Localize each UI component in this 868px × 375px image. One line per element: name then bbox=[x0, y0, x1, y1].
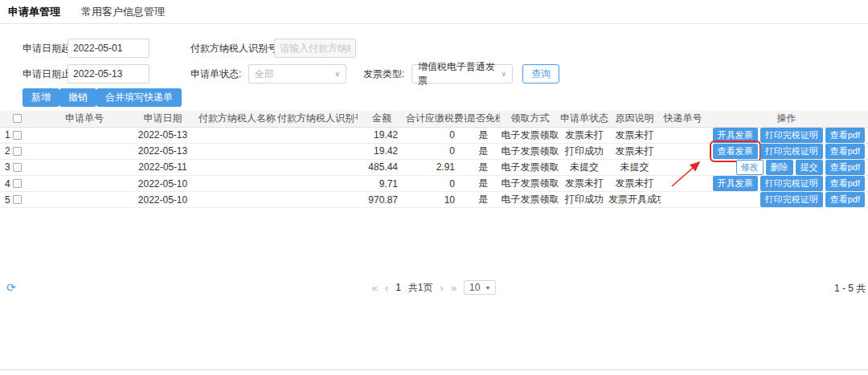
cell-express bbox=[661, 143, 705, 159]
column-header: 金额 bbox=[358, 111, 406, 127]
row-number: 1 bbox=[0, 129, 13, 141]
row-number: 2 bbox=[0, 145, 13, 157]
row-actions-cell: 打印完税证明查看pdf bbox=[705, 192, 868, 208]
date-from-input[interactable] bbox=[68, 39, 149, 58]
row-number: 3 bbox=[0, 161, 13, 173]
pagination-bar: ⟳ « ‹ 1 共1页 › » 10 ▼ 1 - 5 共 5 条 bbox=[0, 280, 868, 296]
cell-amount: 9.71 bbox=[358, 176, 406, 192]
cell-status: 发票未打 bbox=[560, 127, 608, 143]
status-select[interactable]: 全部 ∨ bbox=[248, 64, 346, 84]
caret-down-icon: ▼ bbox=[485, 285, 490, 291]
cell-reason: 发票未打 bbox=[608, 143, 661, 159]
table-row: 32022-05-11485.442.91是电子发票领取未提交未提交修改删除提交… bbox=[0, 159, 868, 175]
column-header: 快递单号 bbox=[661, 111, 705, 127]
row-actions-cell: 查看发票打印完税证明查看pdf bbox=[705, 143, 868, 159]
pagination-controls: « ‹ 1 共1页 › » 10 ▼ bbox=[0, 280, 868, 295]
cell-status: 打印成功 bbox=[560, 143, 608, 159]
page-size-value: 10 bbox=[469, 282, 480, 293]
row-action-button[interactable]: 修改 bbox=[736, 160, 764, 175]
cell-reason: 发票未打 bbox=[608, 127, 661, 143]
invoice-type-select-value: 增值税电子普通发票 bbox=[418, 60, 501, 88]
column-header: 申请单号 bbox=[40, 111, 129, 127]
cell-tax: 2.91 bbox=[406, 159, 466, 175]
column-header: 合计应缴税费额 bbox=[406, 111, 466, 127]
invoice-type-select[interactable]: 增值税电子普通发票 ∨ bbox=[411, 64, 513, 84]
cell-tax-free: 是 bbox=[466, 159, 500, 175]
cell-apply-no bbox=[40, 159, 129, 175]
cell-method: 电子发票领取 bbox=[500, 159, 560, 175]
date-from-label: 申请日期起: bbox=[23, 39, 73, 58]
column-header: 操作 bbox=[705, 111, 868, 127]
row-action-button[interactable]: 打印完税证明 bbox=[760, 144, 823, 159]
row-checkbox[interactable] bbox=[13, 131, 22, 140]
tab-application-management[interactable]: 申请单管理 bbox=[8, 5, 60, 19]
cell-payer-id bbox=[277, 192, 358, 208]
chevron-down-icon: ∨ bbox=[334, 71, 340, 78]
query-button[interactable]: 查询 bbox=[522, 64, 559, 84]
row-number: 4 bbox=[0, 178, 13, 190]
date-to-input[interactable] bbox=[68, 64, 149, 84]
cell-method: 电子发票领取 bbox=[500, 127, 560, 143]
row-action-button[interactable]: 开具发票 bbox=[713, 128, 758, 143]
tab-customer-info-management[interactable]: 常用客户信息管理 bbox=[81, 5, 165, 19]
row-action-button[interactable]: 提交 bbox=[796, 160, 823, 175]
invoice-application-page: 申请单管理 常用客户信息管理 申请日期起: 付款方纳税人识别号: 申请日期止: … bbox=[0, 0, 868, 375]
row-action-button[interactable]: 删除 bbox=[766, 160, 793, 175]
row-action-button[interactable]: 打印完税证明 bbox=[760, 192, 823, 207]
next-page-button[interactable]: › bbox=[440, 283, 444, 293]
row-action-button[interactable]: 查看发票 bbox=[713, 144, 758, 159]
status-select-value: 全部 bbox=[255, 67, 274, 81]
row-action-button[interactable]: 查看pdf bbox=[825, 176, 865, 191]
cell-method: 电子发票领取 bbox=[500, 176, 560, 192]
cell-date: 2022-05-10 bbox=[129, 176, 197, 192]
prev-page-button[interactable]: ‹ bbox=[385, 283, 388, 293]
row-select-cell: 4 bbox=[0, 176, 40, 192]
row-action-button[interactable]: 打印完税证明 bbox=[760, 176, 823, 191]
invoice-type-label: 发票类型: bbox=[363, 64, 404, 84]
row-checkbox[interactable] bbox=[13, 195, 22, 204]
row-action-button[interactable]: 打印完税证明 bbox=[760, 128, 823, 143]
cell-reason: 发票开具成功 bbox=[608, 192, 661, 208]
cell-tax: 0 bbox=[406, 127, 466, 143]
row-checkbox[interactable] bbox=[13, 179, 22, 188]
table-body: 12022-05-1319.420是电子发票领取发票未打发票未打开具发票打印完税… bbox=[0, 127, 868, 208]
current-page: 1 bbox=[395, 282, 401, 293]
cell-amount: 485.44 bbox=[358, 159, 406, 175]
cell-payer-name bbox=[197, 159, 277, 175]
cell-tax: 10 bbox=[406, 192, 466, 208]
cell-payer-id bbox=[277, 159, 358, 175]
cell-apply-no bbox=[40, 127, 129, 143]
cell-payer-name bbox=[197, 192, 277, 208]
row-actions-cell: 开具发票打印完税证明查看pdf bbox=[705, 127, 868, 143]
row-checkbox[interactable] bbox=[13, 163, 22, 172]
status-label: 申请单状态: bbox=[190, 64, 241, 84]
cell-tax-free: 是 bbox=[466, 192, 500, 208]
row-number: 5 bbox=[0, 194, 13, 206]
add-button[interactable]: 新增 bbox=[23, 88, 59, 107]
row-action-button[interactable]: 开具发票 bbox=[713, 176, 758, 191]
payer-id-label: 付款方纳税人识别号: bbox=[190, 39, 280, 58]
row-action-button[interactable]: 查看pdf bbox=[825, 144, 865, 159]
cell-amount: 19.42 bbox=[358, 127, 406, 143]
column-header: 原因说明 bbox=[608, 111, 661, 127]
revoke-button[interactable]: 撤销 bbox=[59, 88, 96, 107]
first-page-button[interactable]: « bbox=[372, 283, 378, 293]
payer-id-input[interactable] bbox=[274, 39, 356, 58]
column-header: 付款方纳税人名称 bbox=[197, 111, 277, 127]
page-size-select[interactable]: 10 ▼ bbox=[464, 280, 496, 295]
row-select-cell: 1 bbox=[0, 127, 40, 143]
select-all-checkbox[interactable] bbox=[13, 114, 22, 123]
row-checkbox[interactable] bbox=[13, 147, 22, 156]
merge-express-button[interactable]: 合并填写快递单 bbox=[96, 88, 182, 107]
table-row: 12022-05-1319.420是电子发票领取发票未打发票未打开具发票打印完税… bbox=[0, 127, 868, 143]
last-page-button[interactable]: » bbox=[451, 283, 457, 293]
column-header: 付款方纳税人识别号 bbox=[277, 111, 358, 127]
table-row: 22022-05-1319.420是电子发票领取打印成功发票未打查看发票打印完税… bbox=[0, 143, 868, 159]
row-action-button[interactable]: 查看pdf bbox=[825, 128, 865, 143]
cell-method: 电子发票领取 bbox=[500, 143, 560, 159]
cell-apply-no bbox=[40, 143, 129, 159]
row-action-button[interactable]: 查看pdf bbox=[825, 160, 865, 175]
cell-payer-id bbox=[277, 143, 358, 159]
row-action-button[interactable]: 查看pdf bbox=[825, 192, 865, 207]
cell-status: 未提交 bbox=[560, 159, 608, 175]
